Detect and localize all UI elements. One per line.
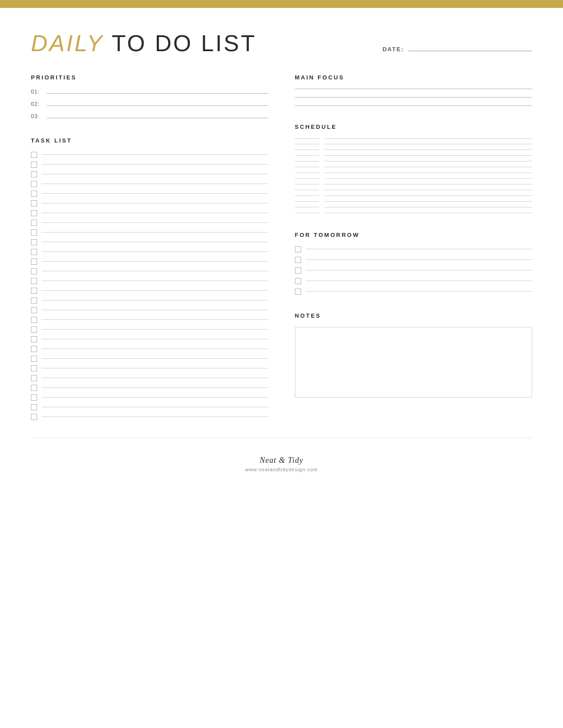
task-line[interactable] (42, 339, 268, 339)
task-line[interactable] (42, 417, 268, 417)
tomorrow-checkbox[interactable] (295, 257, 301, 263)
focus-line-1[interactable] (295, 89, 533, 89)
time-slot[interactable] (295, 207, 319, 207)
task-checkbox[interactable] (31, 414, 37, 420)
task-line[interactable] (42, 174, 268, 174)
task-line[interactable] (42, 349, 268, 349)
time-slot[interactable] (295, 173, 319, 173)
focus-line-2[interactable] (295, 97, 533, 98)
time-slot[interactable] (295, 195, 319, 196)
task-line[interactable] (42, 358, 268, 359)
task-line[interactable] (42, 329, 268, 330)
task-checkbox[interactable] (31, 200, 37, 206)
tomorrow-checkbox[interactable] (295, 278, 301, 284)
tomorrow-checkbox[interactable] (295, 289, 301, 295)
task-checkbox[interactable] (31, 356, 37, 362)
task-checkbox[interactable] (31, 385, 37, 391)
time-slot[interactable] (295, 184, 319, 184)
task-checkbox[interactable] (31, 336, 37, 342)
schedule-line[interactable] (325, 155, 533, 156)
task-checkbox[interactable] (31, 259, 37, 265)
priority-line-2[interactable] (47, 105, 268, 106)
task-checkbox[interactable] (31, 278, 37, 284)
task-line[interactable] (42, 213, 268, 213)
date-input-line[interactable] (408, 51, 532, 51)
tomorrow-line[interactable] (306, 281, 533, 281)
task-line[interactable] (42, 407, 268, 407)
task-checkbox[interactable] (31, 152, 37, 158)
tomorrow-line[interactable] (306, 249, 533, 249)
task-line[interactable] (42, 193, 268, 194)
task-checkbox[interactable] (31, 268, 37, 274)
task-checkbox[interactable] (31, 249, 37, 255)
task-line[interactable] (42, 222, 268, 223)
priority-line-1[interactable] (47, 93, 268, 94)
task-checkbox[interactable] (31, 365, 37, 372)
task-line[interactable] (42, 378, 268, 378)
task-line[interactable] (42, 310, 268, 310)
schedule-line[interactable] (325, 161, 533, 161)
time-slot[interactable] (295, 155, 319, 156)
task-checkbox[interactable] (31, 239, 37, 245)
schedule-line[interactable] (325, 167, 533, 167)
tomorrow-checkbox[interactable] (295, 246, 301, 252)
task-checkbox[interactable] (31, 181, 37, 187)
task-checkbox[interactable] (31, 210, 37, 216)
task-line[interactable] (42, 261, 268, 262)
task-checkbox[interactable] (31, 404, 37, 410)
time-slot[interactable] (295, 138, 319, 139)
notes-box[interactable] (295, 327, 533, 398)
schedule-line[interactable] (325, 201, 533, 202)
task-line[interactable] (42, 290, 268, 291)
task-checkbox[interactable] (31, 297, 37, 304)
schedule-line[interactable] (325, 150, 533, 150)
task-line[interactable] (42, 203, 268, 203)
task-line[interactable] (42, 271, 268, 271)
time-slot[interactable] (295, 190, 319, 190)
task-checkbox[interactable] (31, 346, 37, 352)
task-checkbox[interactable] (31, 326, 37, 333)
task-line[interactable] (42, 387, 268, 388)
schedule-line[interactable] (325, 184, 533, 184)
task-line[interactable] (42, 300, 268, 300)
task-checkbox[interactable] (31, 191, 37, 197)
task-line[interactable] (42, 242, 268, 242)
task-checkbox[interactable] (31, 161, 37, 168)
schedule-line[interactable] (325, 173, 533, 173)
schedule-line[interactable] (325, 178, 533, 179)
task-line[interactable] (42, 281, 268, 281)
schedule-line[interactable] (325, 213, 533, 213)
schedule-line[interactable] (325, 190, 533, 190)
task-line[interactable] (42, 184, 268, 184)
task-checkbox[interactable] (31, 317, 37, 323)
tomorrow-checkbox[interactable] (295, 267, 301, 274)
task-line[interactable] (42, 164, 268, 165)
tomorrow-line[interactable] (306, 270, 533, 270)
task-checkbox[interactable] (31, 229, 37, 236)
time-slot[interactable] (295, 144, 319, 144)
task-checkbox[interactable] (31, 375, 37, 381)
task-checkbox[interactable] (31, 220, 37, 226)
schedule-line[interactable] (325, 207, 533, 207)
task-line[interactable] (42, 154, 268, 155)
task-checkbox[interactable] (31, 394, 37, 401)
task-line[interactable] (42, 232, 268, 233)
time-slot[interactable] (295, 178, 319, 179)
time-slot[interactable] (295, 150, 319, 150)
task-line[interactable] (42, 368, 268, 368)
time-slot[interactable] (295, 201, 319, 202)
schedule-line[interactable] (325, 195, 533, 196)
time-slot[interactable] (295, 161, 319, 161)
task-line[interactable] (42, 251, 268, 252)
task-line[interactable] (42, 319, 268, 320)
task-checkbox[interactable] (31, 307, 37, 313)
task-line[interactable] (42, 397, 268, 398)
time-slot[interactable] (295, 167, 319, 167)
time-slot[interactable] (295, 213, 319, 213)
schedule-line[interactable] (325, 144, 533, 144)
tomorrow-line[interactable] (306, 259, 533, 260)
task-checkbox[interactable] (31, 171, 37, 177)
focus-line-3[interactable] (295, 105, 533, 106)
schedule-line[interactable] (325, 138, 533, 139)
tomorrow-line[interactable] (306, 291, 533, 292)
